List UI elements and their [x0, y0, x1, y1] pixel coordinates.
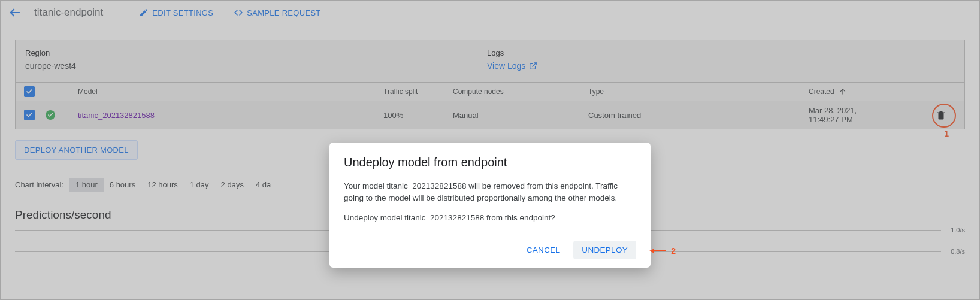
dialog-title: Undeploy model from endpoint: [344, 156, 636, 169]
dialog-body: Your model titanic_202132821588 will be …: [344, 180, 636, 224]
annotation-2: 2: [671, 246, 676, 256]
cancel-button[interactable]: CANCEL: [518, 241, 569, 259]
undeploy-button[interactable]: UNDEPLOY: [573, 241, 636, 259]
dialog-actions: CANCEL UNDEPLOY: [344, 241, 636, 259]
dialog-body-1: Your model titanic_202132821588 will be …: [344, 180, 636, 204]
annotation-arrow-2: 2: [649, 246, 676, 256]
svg-marker-4: [649, 249, 654, 253]
modal-overlay[interactable]: Undeploy model from endpoint Your model …: [0, 0, 980, 300]
dialog-body-2: Undeploy model titanic_202132821588 from…: [344, 212, 636, 224]
undeploy-dialog: Undeploy model from endpoint Your model …: [329, 143, 651, 268]
